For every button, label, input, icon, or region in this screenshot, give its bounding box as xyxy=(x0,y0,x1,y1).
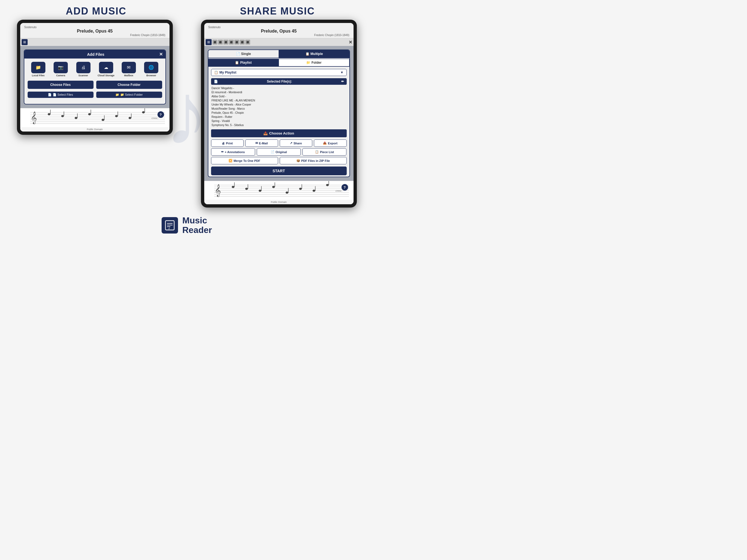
modal-overlay-left: Add Files ✕ 📁 Local Files xyxy=(20,46,170,108)
cloud-storage-label: Cloud Storage xyxy=(98,74,114,77)
share-btn[interactable]: ↗ Share xyxy=(280,139,312,147)
original-icon: 📄 xyxy=(271,150,275,154)
start-btn[interactable]: START xyxy=(211,167,347,175)
scanner-icon: 🖨 xyxy=(81,65,85,70)
list-item: Et resurrexit - Monteverdi xyxy=(212,90,346,94)
browser-icon: 🌐 xyxy=(149,65,154,70)
list-item: MusicReader Song - Marco xyxy=(212,107,346,111)
select-folder-label: 📁 Select Folder xyxy=(120,93,143,97)
add-files-modal: Add Files ✕ 📁 Local Files xyxy=(24,50,166,104)
close-share-modal-btn[interactable]: ✕ xyxy=(349,40,352,45)
toolbar-icon-4[interactable]: ⬛ xyxy=(229,40,234,45)
tab-folder-btn[interactable]: 📁 Folder xyxy=(279,59,350,67)
print-btn[interactable]: 🖨 Print xyxy=(211,139,244,147)
toolbar-icon-2[interactable]: ⬛ xyxy=(218,40,223,45)
list-item: Under My Wheels - Alice Cooper xyxy=(212,103,346,107)
grid-icon-left[interactable]: ⊞ xyxy=(22,39,28,45)
svg-point-35 xyxy=(245,188,248,190)
share-label: Share xyxy=(293,142,302,145)
local-files-label: Local Files xyxy=(32,74,45,77)
footer-reader-text: Reader xyxy=(182,225,212,235)
playlist-icon: 📋 xyxy=(235,61,239,65)
select-files-label: 📄 Select Files xyxy=(53,93,73,97)
page-footer: ♩ Music Reader xyxy=(162,216,212,235)
playlist-dropdown-text: My Playlist xyxy=(220,71,236,74)
tab-multiple-btn[interactable]: 📋 Multiple xyxy=(279,50,350,58)
annotations-btn[interactable]: ✏ + Annotations xyxy=(211,148,255,156)
svg-point-20 xyxy=(129,117,131,119)
svg-point-12 xyxy=(75,117,77,119)
email-label: E-Mail xyxy=(259,142,268,145)
export-btn[interactable]: 📤 Export xyxy=(314,139,347,147)
share-music-screen: Sostenuto Prelude, Opus 45 Frederic Chop… xyxy=(204,23,354,204)
merge-pdf-btn[interactable]: 🔀 Merge To One PDF xyxy=(211,157,278,164)
svg-point-41 xyxy=(285,192,288,194)
add-music-tablet: Sostenuto Prelude, Opus 45 Frederic Chop… xyxy=(17,20,173,135)
multiple-icon: 📋 xyxy=(305,52,310,56)
toolbar-icon-1[interactable]: ⬛ xyxy=(212,40,217,45)
add-files-title: Add Files xyxy=(32,52,159,57)
toolbar-icon-7[interactable]: ⬛ xyxy=(245,40,250,45)
choose-folder-btn[interactable]: Choose Folder xyxy=(96,81,162,89)
add-music-title: ADD MUSIC xyxy=(15,5,178,17)
export-label: Export xyxy=(328,142,337,145)
source-icons-grid: 📁 Local Files 📷 Camera xyxy=(28,62,162,77)
choose-action-btn[interactable]: 📤 Choose Action xyxy=(211,129,347,137)
scanner-btn[interactable]: 🖨 xyxy=(76,62,91,73)
public-domain-right: Public Domain xyxy=(204,200,354,204)
email-btn[interactable]: ✉ E-Mail xyxy=(245,139,278,147)
toolbar-icon-5[interactable]: ⬛ xyxy=(234,40,239,45)
footer-logo-icon: ♩ xyxy=(162,217,178,233)
grid-icon-right[interactable]: ⊞ xyxy=(206,39,212,45)
playlist-dropdown-label: 📋 My Playlist xyxy=(214,71,236,74)
cloud-storage-icon: ☁ xyxy=(104,65,108,70)
select-folder-icon: 📁 xyxy=(115,93,119,97)
source-browser: 🌐 Browser xyxy=(143,62,159,77)
annotations-label: + Annotations xyxy=(225,150,245,154)
modal-close-btn[interactable]: ✕ xyxy=(159,52,163,57)
mailbox-btn[interactable]: ✉ xyxy=(122,62,136,73)
staff-svg-left: 𝄞 xyxy=(20,108,170,127)
annotations-icon: ✏ xyxy=(221,150,224,154)
score-title-right: Prelude, Opus 45 xyxy=(208,29,350,34)
choose-action-label: Choose Action xyxy=(269,131,294,135)
toolbar-icon-3[interactable]: ⬛ xyxy=(223,40,228,45)
toolbar-left: ⊞ xyxy=(20,38,170,46)
help-btn-right[interactable]: ? xyxy=(341,184,348,190)
add-files-modal-header: Add Files ✕ xyxy=(24,50,165,58)
playlist-dropdown-icon: 📋 xyxy=(214,71,218,74)
tab-playlist-btn[interactable]: 📋 Playlist xyxy=(208,59,279,67)
print-label: Print xyxy=(226,142,233,145)
svg-point-39 xyxy=(272,186,275,188)
score-tempo-right: Sostenuto xyxy=(208,26,350,29)
footer-logo-text: Music Reader xyxy=(182,216,212,235)
help-btn-left[interactable]: ? xyxy=(157,111,164,118)
svg-point-22 xyxy=(142,111,145,113)
original-label: Original xyxy=(276,150,287,154)
footer-music-text: Music xyxy=(182,215,207,225)
action-buttons-grid: 🖨 Print ✉ E-Mail ↗ Share xyxy=(211,139,347,164)
source-local-files: 📁 Local Files xyxy=(30,62,47,77)
toolbar-icon-6[interactable]: ⬛ xyxy=(240,40,245,45)
zip-pdf-btn[interactable]: 📦 PDF Files in ZIP File xyxy=(280,157,347,164)
piece-list-btn[interactable]: 📋 Piece List xyxy=(302,148,346,156)
camera-btn[interactable]: 📷 xyxy=(54,62,68,73)
select-folder-btn[interactable]: 📁 📁 Select Folder xyxy=(96,92,162,98)
playlist-label: Playlist xyxy=(240,61,252,65)
selected-files-text: Selected File(s): xyxy=(267,80,292,83)
svg-point-18 xyxy=(115,115,118,117)
choose-files-btn[interactable]: Choose Files xyxy=(28,81,94,89)
select-files-btn[interactable]: 📄 📄 Select Files xyxy=(28,92,94,98)
toolbar-right: ⊞ ⬛ ⬛ ⬛ ⬛ ⬛ ⬛ ⬛ ✕ xyxy=(204,38,354,46)
cloud-storage-btn[interactable]: ☁ xyxy=(99,62,113,73)
tab-single-btn[interactable]: 📄 Single xyxy=(208,50,279,58)
zip-label: PDF Files in ZIP File xyxy=(301,159,330,162)
local-files-btn[interactable]: 📁 xyxy=(31,62,45,73)
original-btn[interactable]: 📄 Original xyxy=(257,148,301,156)
browser-btn[interactable]: 🌐 xyxy=(144,62,158,73)
logo-svg: ♩ xyxy=(164,220,175,231)
playlist-dropdown[interactable]: 📋 My Playlist ▼ xyxy=(211,69,347,76)
list-item: Requiem - Rutter xyxy=(212,115,346,119)
edit-icon[interactable]: ✏ xyxy=(341,80,344,83)
camera-icon: 📷 xyxy=(58,65,63,70)
